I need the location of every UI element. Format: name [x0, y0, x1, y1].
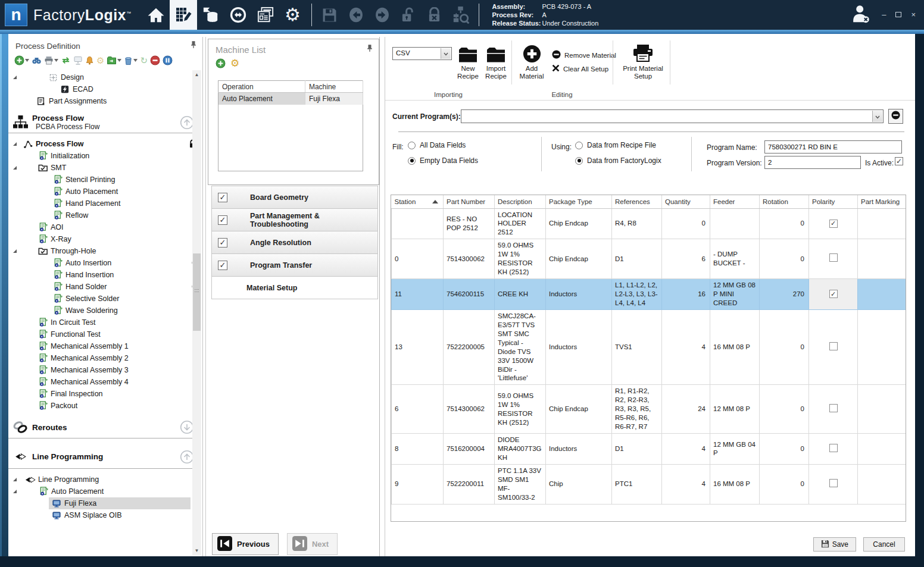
- tree-scrollbar[interactable]: ▲ ▼: [192, 70, 201, 555]
- tree-item-auto-placement[interactable]: Auto Placement: [8, 485, 191, 497]
- import-recipe-button[interactable]: Import Recipe: [482, 42, 510, 80]
- nav-documents-icon[interactable]: [252, 0, 279, 30]
- radio-icon[interactable]: [408, 157, 416, 165]
- tree-item-smt[interactable]: SMT: [8, 162, 191, 174]
- cell-part-number[interactable]: 7514300062: [444, 239, 495, 279]
- format-select[interactable]: CSV: [392, 47, 452, 60]
- nav-process-definition-icon[interactable]: [170, 0, 197, 30]
- polarity-checkbox[interactable]: ✓: [829, 290, 838, 298]
- nav-distribution-icon[interactable]: [224, 0, 252, 30]
- step-checkbox[interactable]: ✓: [218, 193, 227, 202]
- cell-rotation[interactable]: 0: [760, 239, 809, 279]
- tree-item-mechanical-assembly-3[interactable]: Mechanical Assembly 3: [8, 364, 191, 376]
- scroll-down-icon[interactable]: ▼: [192, 546, 201, 555]
- refresh-icon[interactable]: ↻: [140, 56, 148, 65]
- step-program-transfer[interactable]: ✓Program Transfer: [211, 253, 378, 277]
- nav-settings-icon[interactable]: ⚙: [279, 0, 307, 30]
- tree-item-line-programming[interactable]: Line Programming: [8, 474, 191, 485]
- pin-icon[interactable]: [367, 44, 373, 55]
- cell-part-number[interactable]: 7514300062: [444, 385, 495, 434]
- expander-icon[interactable]: [13, 478, 17, 481]
- tree-item-selective-solder[interactable]: Selective Solder: [8, 293, 191, 305]
- material-row[interactable]: 87516200004DIODE MRA4007T3G KHInductorsD…: [392, 434, 907, 465]
- cell-rotation[interactable]: 0: [760, 208, 809, 239]
- cell-station[interactable]: 0: [392, 239, 444, 279]
- cell-station[interactable]: 13: [392, 309, 444, 385]
- cell-rotation[interactable]: 0: [760, 464, 809, 504]
- remove-material-button[interactable]: Remove Material: [552, 50, 616, 60]
- add-material-button[interactable]: Add Material: [516, 42, 547, 80]
- exchange-icon[interactable]: [61, 56, 71, 65]
- cell-quantity[interactable]: 16: [662, 279, 710, 310]
- cell-polarity[interactable]: [809, 464, 858, 504]
- tree-item-auto-insertion[interactable]: Auto Insertion: [8, 257, 191, 269]
- col-header-description[interactable]: Description: [495, 195, 546, 208]
- polarity-checkbox[interactable]: ✓: [829, 220, 838, 228]
- previous-button[interactable]: Previous: [212, 533, 279, 555]
- cancel-button[interactable]: Cancel: [863, 537, 905, 552]
- cell-station[interactable]: 9: [392, 464, 444, 504]
- tree-item-final-inspection[interactable]: Final Inspection: [8, 388, 191, 400]
- radio-all-data-fields[interactable]: All Data Fields: [408, 141, 466, 149]
- step-angle-resolution[interactable]: ✓Angle Resolution: [211, 231, 378, 254]
- col-header-part-marking[interactable]: Part Marking: [858, 195, 907, 208]
- print-icon[interactable]: [44, 56, 58, 65]
- machine-cell[interactable]: Auto Placement: [218, 93, 305, 105]
- cell-description[interactable]: LOCATION HOLDER 2512: [495, 208, 546, 239]
- cell-polarity[interactable]: ✓: [809, 208, 858, 239]
- add-item-icon[interactable]: [14, 55, 29, 65]
- scrollbar-thumb[interactable]: [193, 253, 201, 331]
- nav-home-icon[interactable]: [142, 0, 170, 30]
- cell-package-type[interactable]: Chip: [546, 464, 612, 504]
- tree-item-hand-insertion[interactable]: Hand Insertion: [8, 269, 191, 281]
- machine-col-header[interactable]: Operation: [218, 81, 305, 93]
- machine-cell[interactable]: Fuji Flexa: [305, 93, 363, 105]
- cell-description[interactable]: 59.0 OHMS 1W 1% RESISTOR KH (2512): [495, 239, 546, 279]
- polarity-checkbox[interactable]: [829, 404, 838, 412]
- export-icon[interactable]: [107, 56, 121, 65]
- is-active-checkbox[interactable]: ✓: [895, 157, 903, 165]
- cell-part-marking[interactable]: [858, 385, 907, 434]
- cell-description[interactable]: CREE KH: [495, 279, 546, 310]
- minimize-button[interactable]: –: [882, 12, 886, 18]
- delete-icon[interactable]: [124, 56, 138, 65]
- tree-item-wave-soldering[interactable]: Wave Soldering: [8, 305, 191, 317]
- tool-audit-trail-icon[interactable]: [448, 0, 474, 30]
- tree-item-fuji-flexa[interactable]: Fuji Flexa: [8, 497, 191, 509]
- cell-package-type[interactable]: Chip Endcap: [546, 385, 612, 434]
- col-header-package-type[interactable]: Package Type: [546, 195, 612, 208]
- cell-polarity[interactable]: [809, 385, 858, 434]
- cell-quantity[interactable]: 0: [662, 208, 710, 239]
- cell-feeder[interactable]: 12 MM GB 04 P: [710, 434, 760, 465]
- material-row[interactable]: 137522200005SMCJ28CA-E3/57T TVS SMT SMC …: [392, 309, 907, 385]
- col-header-rotation[interactable]: Rotation: [760, 195, 809, 208]
- tree-item-auto-placement[interactable]: Auto Placement: [8, 186, 191, 198]
- tree-item-part-assignments[interactable]: Part Assignments: [8, 95, 191, 107]
- next-button[interactable]: Next: [287, 533, 338, 555]
- col-header-quantity[interactable]: Quantity: [662, 195, 710, 208]
- tool-unlock-icon[interactable]: [395, 0, 422, 30]
- tree-item-design[interactable]: Design: [8, 71, 191, 83]
- cell-part-marking[interactable]: [858, 279, 907, 310]
- add-item-icon[interactable]: [216, 58, 226, 71]
- close-button[interactable]: ×: [911, 12, 916, 18]
- tool-save-icon[interactable]: [317, 0, 343, 30]
- tree-item-aoi[interactable]: AOI: [8, 221, 191, 233]
- cell-feeder[interactable]: 16 MM 08 P: [710, 464, 760, 504]
- program-version-input[interactable]: 2: [764, 156, 861, 169]
- tree-item-hand-placement[interactable]: Hand Placement: [8, 198, 191, 209]
- cell-polarity[interactable]: [809, 434, 858, 465]
- radio-icon[interactable]: [575, 142, 583, 149]
- tree-item-hand-solder[interactable]: Hand Solder: [8, 281, 191, 293]
- radio-data-from-recipe-file[interactable]: Data from Recipe File: [575, 141, 656, 149]
- col-header-feeder[interactable]: Feeder: [710, 195, 760, 208]
- cell-description[interactable]: PTC 1.1A 33V SMD SM1 MF-SM100/33-2: [495, 464, 546, 504]
- expander-icon[interactable]: [13, 142, 17, 146]
- expander-icon[interactable]: [13, 249, 17, 253]
- machine-row[interactable]: Auto PlacementFuji Flexa: [218, 93, 363, 105]
- col-header-part-number[interactable]: Part Number: [444, 195, 495, 208]
- clear-all-setup-button[interactable]: Clear All Setup: [552, 64, 608, 73]
- tree-item-x-ray[interactable]: X-Ray: [8, 233, 191, 245]
- step-board-geometry[interactable]: ✓Board Geometry: [211, 186, 378, 209]
- stop-icon[interactable]: [150, 55, 160, 65]
